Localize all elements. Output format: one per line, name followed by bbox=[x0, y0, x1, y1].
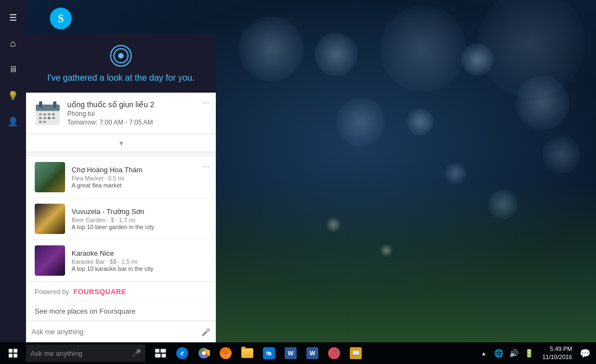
calendar-event-room: Phòng tui bbox=[67, 110, 155, 118]
sidebar-item-home[interactable]: ⌂ bbox=[0, 30, 26, 56]
see-more-foursquare[interactable]: See more places on Foursquare bbox=[26, 301, 216, 321]
powered-by-label: Powered by bbox=[35, 288, 69, 296]
taskbar-search[interactable]: 🎤 bbox=[26, 344, 145, 362]
svg-rect-5 bbox=[39, 113, 42, 115]
calendar-expand-button[interactable]: ▾ bbox=[26, 134, 216, 152]
calendar-card[interactable]: uống thuốc số giun liều 2 Phòng tui Tomo… bbox=[26, 93, 216, 134]
word2-icon: W bbox=[306, 347, 318, 359]
place-info-3: Karaoke Nice Karaoke Bar · $$ · 1.5 mi A… bbox=[72, 249, 153, 272]
svg-point-21 bbox=[202, 352, 206, 355]
place-thumbnail-1 bbox=[35, 162, 65, 192]
calendar-event-time: Tomorrow: 7:00 AM - 7:05 AM bbox=[67, 119, 155, 126]
menu-icon: ☰ bbox=[9, 12, 17, 23]
sidebar-item-menu[interactable]: ☰ bbox=[0, 4, 26, 30]
chrome-icon bbox=[198, 347, 210, 359]
tray-time-display: 5:49 PM bbox=[542, 345, 572, 353]
tray-clock[interactable]: 5:49 PM 11/10/2016 bbox=[538, 345, 576, 362]
sidebar-item-myday[interactable]: 🖥 bbox=[0, 56, 26, 82]
edge-icon: e bbox=[176, 347, 188, 359]
action-center-icon[interactable]: 💬 bbox=[579, 342, 592, 364]
svg-rect-17 bbox=[155, 354, 161, 358]
svg-rect-9 bbox=[39, 117, 42, 119]
lightbulb-icon: 💡 bbox=[8, 90, 18, 101]
place-item[interactable]: Chợ Hoàng Hoa Thám Flea Market · 0.5 mi … bbox=[26, 157, 216, 198]
taskbar-mic-icon[interactable]: 🎤 bbox=[132, 349, 141, 358]
place-thumbnail-3 bbox=[35, 245, 65, 276]
calendar-more-options[interactable]: ··· bbox=[202, 98, 209, 108]
svg-rect-2 bbox=[39, 101, 42, 108]
place-name-1: Chợ Hoàng Hoa Thám bbox=[72, 166, 143, 174]
home-icon: ⌂ bbox=[10, 38, 16, 49]
places-more-options[interactable]: ··· bbox=[202, 162, 209, 172]
place-description-1: A great flea market bbox=[72, 182, 143, 188]
battery-icon[interactable]: 🔋 bbox=[523, 342, 536, 364]
chevron-down-icon: ▾ bbox=[119, 139, 123, 147]
cortana-panel: I've gathered a look at the day for you. bbox=[26, 34, 216, 342]
microphone-icon[interactable]: 🎤 bbox=[201, 328, 210, 336]
taskbar-app-icons: e 🦊 🛍 W bbox=[150, 342, 367, 364]
chrome-button[interactable] bbox=[193, 342, 215, 364]
place-thumbnail-2 bbox=[35, 204, 65, 234]
taskbar: 🎤 e 🦊 bbox=[0, 342, 596, 364]
sidebar-item-interests[interactable]: 💡 bbox=[0, 82, 26, 108]
start-button[interactable] bbox=[0, 342, 26, 364]
cortana-search-bar[interactable]: 🎤 bbox=[26, 321, 216, 342]
groove-button[interactable]: 🎵 bbox=[323, 342, 345, 364]
taskbar-search-input[interactable] bbox=[30, 349, 132, 358]
place-category-3: Karaoke Bar · $$ · 1.5 mi bbox=[72, 258, 153, 265]
tray-icon-up[interactable]: ▲ bbox=[477, 342, 490, 364]
svg-rect-18 bbox=[162, 354, 166, 358]
system-tray: ▲ 🌐 🔊 🔋 5:49 PM 11/10/2016 💬 bbox=[477, 342, 596, 364]
groove-icon: 🎵 bbox=[328, 347, 340, 359]
firefox-button[interactable]: 🦊 bbox=[215, 342, 236, 364]
store-icon: 🛍 bbox=[263, 347, 275, 359]
place-description-2: A top 10 beer garden in the city bbox=[72, 224, 154, 230]
word2-button[interactable]: W bbox=[302, 342, 323, 364]
file-explorer-button[interactable] bbox=[236, 342, 258, 364]
place-item[interactable]: Vuvuzela - Trường Sơn Beer Garden · $ · … bbox=[26, 198, 216, 240]
place-info-2: Vuvuzela - Trường Sơn Beer Garden · $ · … bbox=[72, 207, 154, 230]
cortana-sidebar: ☰ ⌂ 🖥 💡 👤 bbox=[0, 0, 26, 342]
place-description-3: A top 10 karaoke bar in the city bbox=[72, 265, 153, 272]
svg-rect-10 bbox=[43, 117, 46, 119]
cortana-search-input[interactable] bbox=[31, 328, 201, 336]
calendar-info: uống thuốc số giun liều 2 Phòng tui Tomo… bbox=[67, 100, 155, 126]
svg-rect-3 bbox=[53, 101, 56, 108]
svg-rect-11 bbox=[48, 117, 50, 119]
people-icon: 👤 bbox=[8, 116, 18, 127]
place-category-1: Flea Market · 0.5 mi bbox=[72, 175, 143, 181]
sidebar-item-reminders[interactable]: 👤 bbox=[0, 108, 26, 134]
monitor-icon: 🖥 bbox=[9, 64, 17, 74]
task-view-icon bbox=[155, 349, 166, 358]
place-name-3: Karaoke Nice bbox=[72, 249, 153, 257]
volume-icon[interactable]: 🔊 bbox=[508, 342, 521, 364]
network-icon[interactable]: 🌐 bbox=[492, 342, 505, 364]
cortana-content[interactable]: uống thuốc số giun liều 2 Phòng tui Tomo… bbox=[26, 93, 216, 321]
task-view-button[interactable] bbox=[150, 342, 171, 364]
foursquare-logo: FOURSQUARE bbox=[73, 288, 126, 296]
skype-icon[interactable]: S bbox=[48, 5, 74, 31]
word-icon: W bbox=[285, 347, 297, 359]
place-name-2: Vuvuzela - Trường Sơn bbox=[72, 207, 154, 216]
place-item[interactable]: Karaoke Nice Karaoke Bar · $$ · 1.5 mi A… bbox=[26, 240, 216, 282]
store-button[interactable]: 🛍 bbox=[258, 342, 280, 364]
firefox-icon: 🦊 bbox=[220, 347, 232, 359]
calendar-icon bbox=[35, 100, 61, 126]
grass-decoration bbox=[163, 180, 596, 342]
cortana-logo bbox=[110, 45, 132, 67]
svg-rect-7 bbox=[48, 113, 50, 115]
word-button[interactable]: W bbox=[280, 342, 302, 364]
edge-button[interactable]: e bbox=[171, 342, 193, 364]
cortana-greeting: I've gathered a look at the day for you. bbox=[47, 72, 195, 84]
svg-rect-16 bbox=[161, 349, 166, 353]
places-card: ··· Chợ Hoàng Hoa Thám Flea Market · 0.5… bbox=[26, 157, 216, 321]
place-info-1: Chợ Hoàng Hoa Thám Flea Market · 0.5 mi … bbox=[72, 166, 143, 188]
place-category-2: Beer Garden · $ · 1.7 mi bbox=[72, 217, 154, 223]
svg-rect-8 bbox=[52, 113, 55, 115]
svg-rect-13 bbox=[39, 121, 42, 123]
svg-rect-12 bbox=[52, 117, 55, 119]
cortana-header: I've gathered a look at the day for you. bbox=[26, 34, 216, 93]
windows-logo bbox=[9, 349, 17, 358]
cortana-circle bbox=[113, 48, 129, 63]
reader-button[interactable]: 📖 bbox=[345, 342, 367, 364]
